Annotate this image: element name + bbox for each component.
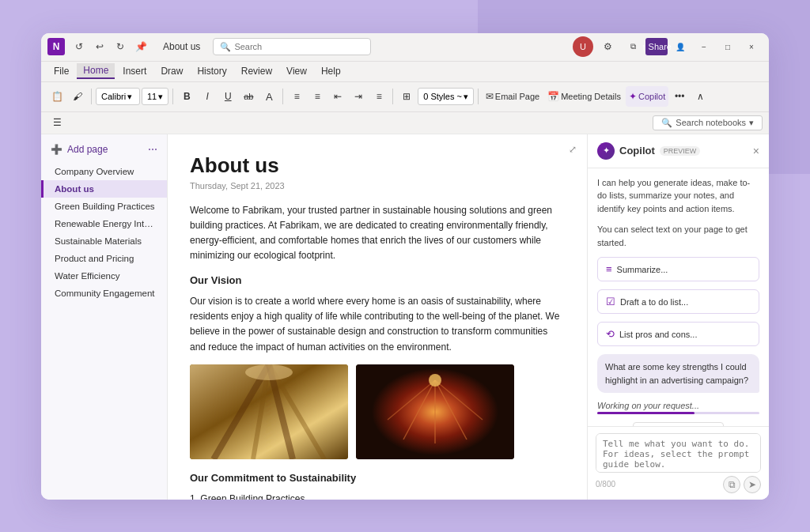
search-notebooks-button[interactable]: 🔍 Search notebooks ▾ <box>653 115 763 130</box>
indent-more-button[interactable]: ⇥ <box>349 86 368 107</box>
share-icon: ↑ <box>642 42 646 51</box>
tag-button[interactable]: ⊞ <box>397 86 416 107</box>
format-painter-icon: 🖌 <box>73 91 82 102</box>
titlebar: N ↺ ↩ ↻ 📌 About us 🔍 U ⚙ ⧉ ↑ Share 👤 − <box>41 33 769 62</box>
copilot-copy-button[interactable]: ⧉ <box>723 476 740 493</box>
font-name: Calibri <box>101 92 126 101</box>
chevron-down-icon-2: ▾ <box>158 92 163 102</box>
separator-2 <box>172 89 173 104</box>
search-icon: 🔍 <box>220 42 231 52</box>
page-intro: Welcome to Fabrikam, your trusted partne… <box>190 203 565 264</box>
separator-5 <box>478 89 479 104</box>
copy-window-button[interactable]: ⧉ <box>622 38 644 55</box>
font-dropdown[interactable]: Calibri ▾ <box>96 88 140 105</box>
copilot-title: Copilot <box>619 145 655 157</box>
dropdown-icon: ▾ <box>749 118 754 128</box>
vision-text: Our vision is to create a world where ev… <box>190 294 565 355</box>
sidebar-item-product-pricing[interactable]: Product and Pricing <box>41 250 167 267</box>
meeting-details-button[interactable]: 📅 Meeting Details <box>544 86 624 107</box>
email-icon: ✉ <box>486 91 494 102</box>
sidebar-item-renewable-energy[interactable]: Renewable Energy Integration <box>41 215 167 232</box>
sidebar-options-icon[interactable]: ⋯ <box>148 144 157 155</box>
page-image-wood <box>190 364 348 459</box>
highlight-icon: A <box>266 91 273 103</box>
bullets-button[interactable]: ≡ <box>287 86 306 107</box>
minimize-button[interactable]: − <box>693 38 715 55</box>
copilot-send-button[interactable]: ➤ <box>744 476 761 493</box>
more-toolbar-button[interactable]: ••• <box>670 86 689 107</box>
close-button[interactable]: × <box>740 38 763 55</box>
copilot-working-status: Working on your request... <box>597 401 759 414</box>
sidebar-item-water-efficiency[interactable]: Water Efficiency <box>41 267 167 285</box>
align-icon: ≡ <box>377 91 382 102</box>
sidebar: ➕ Add page ⋯ Company Overview About us G… <box>41 134 168 500</box>
svg-point-6 <box>245 364 293 380</box>
page-image-dome <box>356 364 514 459</box>
page-title: About us <box>190 153 565 178</box>
copilot-suggestion-todo[interactable]: ☑ Draft a to do list... <box>597 289 759 314</box>
menu-draw[interactable]: Draw <box>154 64 189 78</box>
sidebar-item-company-overview[interactable]: Company Overview <box>41 163 167 180</box>
copilot-suggestion-pros-cons[interactable]: ⟲ List pros and cons... <box>597 322 759 346</box>
something-button[interactable]: 👤 <box>669 38 691 55</box>
email-page-button[interactable]: ✉ Email Page <box>483 86 543 107</box>
expand-button[interactable]: ⤢ <box>563 139 582 160</box>
collapse-ribbon-button[interactable]: ∧ <box>691 86 710 107</box>
menu-view[interactable]: View <box>280 64 313 78</box>
calendar-icon: 📅 <box>547 91 559 102</box>
page-area-wrapper: About us Thursday, Sept 21, 2023 Welcome… <box>168 134 587 500</box>
back-button[interactable]: ↺ <box>70 37 89 56</box>
underline-button[interactable]: U <box>218 86 237 107</box>
sidebar-item-green-building[interactable]: Green Building Practices <box>41 198 167 215</box>
page-body: Welcome to Fabrikam, your trusted partne… <box>190 203 565 500</box>
menu-insert[interactable]: Insert <box>116 64 153 78</box>
copilot-close-button[interactable]: × <box>753 145 759 157</box>
copilot-suggestion-summarize[interactable]: ≡ Summarize... <box>597 257 759 281</box>
bold-button[interactable]: B <box>177 86 196 107</box>
menu-help[interactable]: Help <box>315 64 347 78</box>
hamburger-icon: ☰ <box>53 117 62 128</box>
menu-file[interactable]: File <box>47 64 75 78</box>
add-page-button[interactable]: ➕ Add page ⋯ <box>41 141 167 158</box>
chevron-down-icon: ▾ <box>127 92 132 102</box>
copilot-input-actions: ⧉ ➤ <box>723 476 761 493</box>
search-bar[interactable]: 🔍 <box>213 38 371 55</box>
clipboard-button[interactable]: 📋 <box>47 86 66 107</box>
app-icon: N <box>47 38 65 55</box>
maximize-button[interactable]: □ <box>717 38 739 55</box>
hamburger-menu-button[interactable]: ☰ <box>47 112 66 133</box>
search-input[interactable] <box>234 42 364 51</box>
sidebar-item-about-us[interactable]: About us <box>41 180 167 198</box>
redo-button[interactable]: ↻ <box>111 37 130 56</box>
italic-button[interactable]: I <box>198 86 217 107</box>
format-painter-button[interactable]: 🖌 <box>68 86 87 107</box>
strikethrough-button[interactable]: ab <box>239 86 258 107</box>
menu-review[interactable]: Review <box>235 64 278 78</box>
menu-history[interactable]: History <box>191 64 233 78</box>
copilot-toolbar-button[interactable]: ✦ Copilot <box>626 86 668 107</box>
copilot-preview-badge: PREVIEW <box>660 146 701 156</box>
pros-cons-icon: ⟲ <box>606 328 615 340</box>
copilot-input-area: 0/800 ⧉ ➤ <box>588 426 769 500</box>
font-size-dropdown[interactable]: 11 ▾ <box>142 88 168 105</box>
dome-svg <box>356 364 514 459</box>
styles-dropdown[interactable]: 0 Styles ~ ▾ <box>418 88 474 105</box>
pin-button[interactable]: 📌 <box>131 37 150 56</box>
undo-button[interactable]: ↩ <box>90 37 109 56</box>
copilot-star-icon: ✦ <box>629 91 637 102</box>
user-avatar[interactable]: U <box>573 36 593 57</box>
copilot-input[interactable] <box>596 433 761 473</box>
sidebar-item-community-engagement[interactable]: Community Engagement <box>41 285 167 302</box>
highlight-button[interactable]: A <box>259 86 278 107</box>
numbering-button[interactable]: ≡ <box>308 86 327 107</box>
align-button[interactable]: ≡ <box>369 86 388 107</box>
share-button[interactable]: ↑ Share <box>645 38 668 55</box>
indent-less-button[interactable]: ⇤ <box>328 86 347 107</box>
menu-home[interactable]: Home <box>77 63 115 79</box>
commitment-heading: Our Commitment to Sustainability <box>190 470 565 487</box>
copilot-intro: I can help you generate ideas, make to-d… <box>597 176 759 216</box>
sidebar-item-sustainable-materials[interactable]: Sustainable Materials <box>41 232 167 250</box>
page-content[interactable]: About us Thursday, Sept 21, 2023 Welcome… <box>168 134 587 500</box>
settings-button[interactable]: ⚙ <box>598 37 617 56</box>
window-controls: ⧉ ↑ Share 👤 − □ × <box>622 38 763 55</box>
